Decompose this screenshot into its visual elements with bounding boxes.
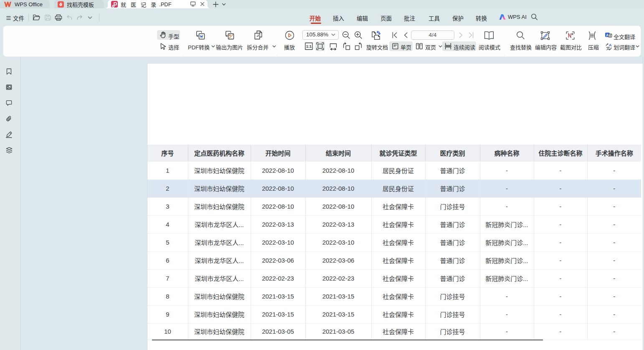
- svg-text:A: A: [606, 33, 609, 37]
- svg-text:A: A: [609, 43, 612, 47]
- svg-text:1:1: 1:1: [306, 44, 312, 49]
